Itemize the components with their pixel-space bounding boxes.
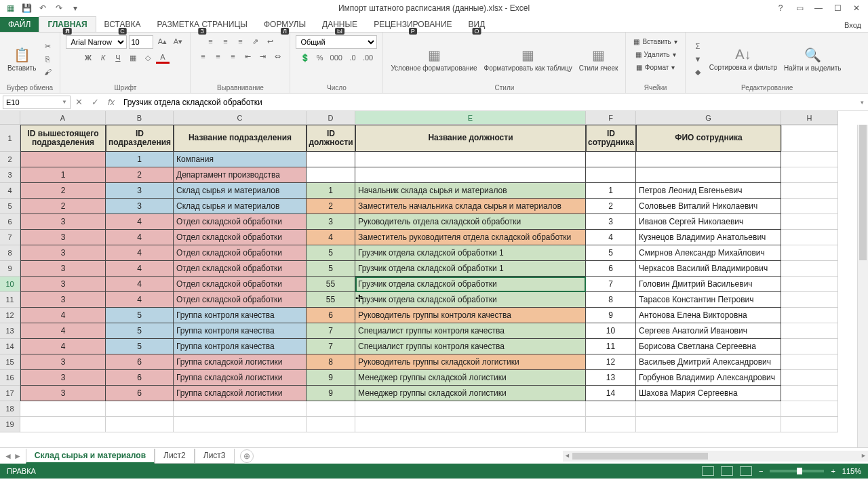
cell[interactable] (355, 167, 586, 183)
row-header-14[interactable]: 14 (0, 339, 20, 354)
cell[interactable]: 4 (20, 339, 106, 354)
clear-icon[interactable]: ◆ (691, 66, 705, 78)
cell[interactable] (781, 183, 838, 199)
sheet-nav-next-icon[interactable]: ► (14, 451, 22, 461)
cell[interactable]: 3 (20, 245, 106, 261)
cell[interactable] (355, 401, 586, 417)
cell[interactable] (781, 292, 838, 308)
cell[interactable]: Борисова Светлана Сергеевна (636, 339, 781, 354)
merge-icon[interactable]: ⇔ (271, 50, 284, 62)
cell[interactable] (781, 261, 838, 277)
font-size-input[interactable] (129, 35, 153, 49)
cell[interactable] (174, 401, 307, 417)
cut-icon[interactable]: ✂ (41, 40, 54, 52)
horizontal-scrollbar[interactable]: ◄ ► (563, 451, 868, 462)
cell[interactable]: 1 (307, 183, 355, 199)
cell[interactable] (106, 401, 174, 417)
row-header-4[interactable]: 4 (0, 183, 20, 199)
cell[interactable]: Группа складской логистики (174, 354, 307, 370)
cell[interactable]: 3 (20, 354, 106, 370)
select-all-corner[interactable] (0, 111, 20, 125)
header-cell[interactable]: ФИО сотрудника (636, 125, 781, 152)
row-header-19[interactable]: 19 (0, 417, 20, 432)
cell[interactable] (20, 417, 106, 432)
sheet-tab[interactable]: Склад сырья и материалов (26, 449, 155, 464)
cell[interactable] (586, 401, 636, 417)
cell[interactable] (781, 370, 838, 386)
zoom-slider[interactable] (770, 470, 824, 472)
cell[interactable]: Отдел складской обработки (174, 261, 307, 277)
inc-decimal-icon[interactable]: .0 (346, 52, 359, 64)
cell[interactable] (781, 245, 838, 261)
cell[interactable]: Грузчик отдела складской обработки (355, 277, 586, 292)
column-headers[interactable]: ABCDEFGH (20, 111, 838, 125)
cell[interactable]: 2 (586, 199, 636, 214)
row-header-8[interactable]: 8 (0, 245, 20, 261)
zoom-level[interactable]: 115% (842, 467, 861, 475)
cell[interactable] (307, 417, 355, 432)
col-header-D[interactable]: D (307, 111, 355, 125)
cell[interactable] (636, 417, 781, 432)
align-middle-icon[interactable]: ≡ (218, 35, 232, 47)
cell[interactable]: Менеджер группы складской логистики (355, 386, 586, 401)
sort-filter-button[interactable]: A↓Сортировка и фильтр (707, 40, 779, 78)
cell[interactable]: Грузчик отдела складской обработки 1 (355, 245, 586, 261)
cell[interactable] (781, 152, 838, 167)
align-center-icon[interactable]: ≡ (211, 50, 224, 62)
cell[interactable] (307, 401, 355, 417)
row-header-13[interactable]: 13 (0, 323, 20, 339)
cell[interactable] (781, 308, 838, 323)
cell[interactable]: Руководитель группы контроля качества (355, 308, 586, 323)
zoom-thumb[interactable] (797, 468, 802, 474)
ribbon-options-icon[interactable]: ▭ (791, 1, 808, 15)
tab-главная[interactable]: ГЛАВНАЯЯ (39, 16, 96, 32)
col-header-G[interactable]: G (636, 111, 781, 125)
cell[interactable]: 3 (20, 370, 106, 386)
header-cell[interactable]: ID вышестоящего подразделения (20, 125, 106, 152)
col-header-H[interactable]: H (781, 111, 838, 125)
cell[interactable]: Сергеев Анатолий Иванович (636, 323, 781, 339)
currency-icon[interactable]: 💲 (298, 52, 312, 64)
cell[interactable]: Группа контроля качества (174, 323, 307, 339)
cell[interactable]: 9 (586, 308, 636, 323)
cell[interactable]: Горбунов Владимир Александрович (636, 370, 781, 386)
row-header-10[interactable]: 10 (0, 277, 20, 292)
format-table-button[interactable]: ▦Форматировать как таблицу (482, 40, 574, 78)
cell[interactable]: 5 (106, 308, 174, 323)
cell[interactable]: 6 (106, 370, 174, 386)
number-format-select[interactable]: Общий (296, 35, 377, 49)
sign-in-link[interactable]: Вход (837, 18, 868, 32)
insert-cells-button[interactable]: ▦ Вставить ▾ (631, 35, 679, 47)
cell[interactable]: 9 (307, 386, 355, 401)
vertical-scrollbar[interactable] (857, 125, 868, 447)
cell[interactable]: Департамент производства (174, 167, 307, 183)
tab-данные[interactable]: ДАННЫЕЫ (314, 17, 366, 32)
cell[interactable]: 10 (586, 323, 636, 339)
col-header-F[interactable]: F (586, 111, 636, 125)
cell-styles-button[interactable]: ▦Стили ячеек (577, 40, 620, 78)
cell[interactable]: 5 (106, 323, 174, 339)
cell[interactable] (781, 167, 838, 183)
cell[interactable] (781, 230, 838, 245)
align-bottom-icon[interactable]: ≡ (233, 35, 247, 47)
cell[interactable]: Компания (174, 152, 307, 167)
cell[interactable]: 55 (307, 292, 355, 308)
row-header-5[interactable]: 5 (0, 199, 20, 214)
header-cell[interactable]: ID должности (307, 125, 355, 152)
cell[interactable] (355, 152, 586, 167)
cell[interactable]: Смирнов Александр Михайлович (636, 245, 781, 261)
cell[interactable] (20, 401, 106, 417)
header-cell[interactable] (781, 125, 838, 152)
cell[interactable]: 1 (586, 183, 636, 199)
col-header-A[interactable]: A (20, 111, 106, 125)
cell[interactable]: 3 (20, 230, 106, 245)
orientation-icon[interactable]: ⇗ (248, 35, 262, 47)
cell[interactable]: Склад сырья и материалов (174, 183, 307, 199)
cell[interactable] (174, 417, 307, 432)
cell[interactable]: 3 (586, 214, 636, 230)
worksheet-grid[interactable]: ABCDEFGH 12345678910111213141516171819 I… (0, 111, 868, 447)
qat-more-icon[interactable]: ▾ (69, 2, 81, 14)
cell[interactable]: 3 (106, 183, 174, 199)
tab-вставка[interactable]: ВСТАВКАС (96, 17, 149, 32)
cell[interactable]: Грузчик отдела складской обработки 1 (355, 261, 586, 277)
